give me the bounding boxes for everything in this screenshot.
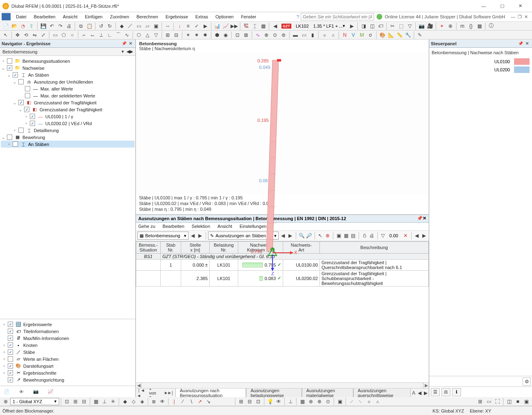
t16-icon[interactable]: ◉	[222, 31, 230, 39]
combo-next-icon[interactable]: ▶	[197, 232, 203, 240]
menu-berechnen[interactable]: Berechnen	[133, 13, 162, 20]
tree-node[interactable]: Nachweise	[22, 66, 44, 71]
panel-tab-list-icon[interactable]: ☰	[431, 388, 440, 396]
paste-icon[interactable]: 📋	[85, 22, 93, 30]
nav-tab-results-icon[interactable]: 📈	[47, 388, 55, 396]
panel-settings-icon[interactable]: ⚙	[523, 377, 531, 386]
anim-icon[interactable]: ▶▶	[230, 22, 238, 30]
nav-sub-next-icon[interactable]: ▶	[130, 49, 133, 54]
nav-tab-data-icon[interactable]: 📄	[2, 388, 11, 396]
table-menu-ansicht[interactable]: Ansicht	[217, 224, 232, 229]
tab-more-icon[interactable]: ◀	[417, 389, 423, 397]
cursor-icon[interactable]: ↖	[2, 31, 10, 39]
t10-icon[interactable]: ⊞	[164, 31, 172, 39]
surface-icon[interactable]: ▱	[143, 22, 151, 30]
t11-icon[interactable]: ⊟	[172, 31, 180, 39]
nav-prev-icon[interactable]: ◀	[271, 22, 279, 30]
tree-node[interactable]: Bemessungssituationen	[22, 59, 70, 64]
help-icon[interactable]: ?	[297, 14, 299, 19]
caption-icon[interactable]: 🏷	[377, 22, 385, 30]
check-maxmin[interactable]	[8, 336, 13, 341]
t19-icon[interactable]: ∿	[254, 31, 262, 39]
minimize-button[interactable]: ―	[474, 0, 493, 12]
v-wire-icon[interactable]: ◫	[505, 397, 513, 406]
check-staebe[interactable]	[8, 349, 13, 355]
cs-combo[interactable]: 1 - Global XYZ ▾	[10, 398, 59, 405]
type-next-icon[interactable]: ▶	[287, 232, 293, 240]
tree-node[interactable]: UL0200.02 | VEd / VRd	[44, 121, 92, 126]
v3-icon[interactable]: ◈	[138, 397, 146, 406]
unit-toggle[interactable]: 0.00	[387, 232, 400, 240]
h-scrollbar[interactable]: ◀ ▶	[136, 382, 429, 388]
load-icon[interactable]: ↓	[175, 22, 184, 30]
t3-icon[interactable]: ⊥	[97, 31, 105, 39]
t23-icon[interactable]: ▬	[291, 31, 299, 39]
sel-rect-icon[interactable]: ▭	[51, 31, 59, 39]
t21-icon[interactable]: ⊙	[271, 31, 279, 39]
t20-icon[interactable]: ⊗	[262, 31, 270, 39]
table-menu-selektion[interactable]: Selektion	[192, 224, 210, 229]
v-full-icon[interactable]: ⛶	[493, 397, 501, 406]
panel-close-icon[interactable]: ✕	[524, 40, 530, 47]
eye-icon[interactable]: 👁	[275, 397, 283, 406]
panel-pin-icon[interactable]: 📌	[517, 40, 524, 47]
doc-restore-button[interactable]: ❐	[518, 14, 522, 20]
panel-close-icon[interactable]: ✕	[127, 40, 134, 47]
d3-icon[interactable]: ⟐	[365, 397, 373, 406]
grid2-icon[interactable]: ▦	[92, 397, 100, 406]
t18-icon[interactable]: ⊠	[242, 31, 250, 39]
t35-icon[interactable]: 🔧	[404, 31, 412, 39]
nav-tab-views-icon[interactable]: 👁	[17, 388, 25, 396]
filter-icon[interactable]: ▽	[406, 22, 414, 30]
viewport-3d[interactable]: 0.285 0.049 0.195 0.08 0.795 X Z	[136, 53, 429, 194]
t9-icon[interactable]: ▽	[152, 31, 160, 39]
tree-node[interactable]: UL0100 | 1 / γ	[44, 114, 73, 119]
menu-datei[interactable]: Datei	[12, 13, 30, 20]
mirror-icon[interactable]: ⇋	[31, 31, 39, 39]
hb4-icon[interactable]: ↗	[196, 397, 204, 406]
col-header[interactable]: Bemess.-Situation	[136, 241, 161, 253]
script-icon[interactable]: {}	[467, 22, 475, 30]
table-menu-gehezu[interactable]: Gehe zu	[138, 224, 155, 229]
panel-tab-scale-icon[interactable]: ⚖	[441, 388, 450, 396]
tree-node[interactable]: Bewehrung	[22, 135, 45, 140]
tree-node[interactable]: Grenzzustand der Tragfähigkeit	[33, 100, 96, 105]
recent-icon[interactable]: ◔	[19, 22, 27, 30]
tbl-prev-icon[interactable]: ◀	[414, 232, 420, 240]
snap3-icon[interactable]: ⊟	[80, 397, 88, 406]
share-icon[interactable]: ⇪	[27, 22, 35, 30]
solid-icon[interactable]: ▣	[152, 22, 160, 30]
print-table-icon[interactable]: 🖨	[369, 232, 375, 240]
menu-zuordnen[interactable]: Zuordnen	[106, 13, 133, 20]
table-menu-bearbeiten[interactable]: Bearbeiten	[163, 224, 184, 229]
w2-icon[interactable]: ⊕	[307, 397, 315, 406]
member-icon[interactable]: ▭	[135, 22, 143, 30]
grid-icon[interactable]: ✦	[438, 22, 446, 30]
filter-icon[interactable]: ▽	[380, 232, 386, 240]
prev-page-icon[interactable]: ◀	[142, 388, 144, 397]
concrete-icon[interactable]: ▦	[259, 22, 267, 30]
d1-icon[interactable]: ⟋	[348, 397, 356, 406]
last-page-icon[interactable]: ▶|	[168, 390, 173, 395]
col-header[interactable]: Nachweis-Art	[283, 241, 320, 253]
tree-node[interactable]: Ausnutzung der Umhüllenden	[33, 79, 93, 84]
t30-icon[interactable]: M	[358, 31, 366, 39]
t31-icon[interactable]: σ	[366, 31, 375, 39]
rotate-icon[interactable]: ⟲	[22, 31, 30, 39]
t14-icon[interactable]: ✸	[201, 31, 209, 39]
menu-optionen[interactable]: Optionen	[212, 13, 237, 20]
iso-icon[interactable]: ◨	[359, 22, 368, 30]
table-pin-icon[interactable]: 📌	[417, 216, 423, 221]
menu-einfuegen[interactable]: Einfügen	[81, 13, 106, 20]
table-tab[interactable]: Ausnutzungen querschnittsweise	[353, 388, 411, 397]
open-icon[interactable]: 📂	[10, 22, 18, 30]
col-header[interactable]: Stellex [m]	[181, 241, 210, 253]
view-section-icon[interactable]: ▣	[336, 232, 342, 240]
t17-icon[interactable]: ⊡	[233, 31, 242, 39]
t29-icon[interactable]: V	[349, 31, 357, 39]
cs-icon[interactable]: ⊕	[2, 397, 10, 406]
section-icon[interactable]: ⬚	[397, 22, 405, 30]
b-icon[interactable]: ↻	[106, 22, 114, 30]
panel-tab-info-icon[interactable]: ℹ	[452, 388, 461, 396]
nav-next-icon[interactable]: ▶	[348, 22, 356, 30]
